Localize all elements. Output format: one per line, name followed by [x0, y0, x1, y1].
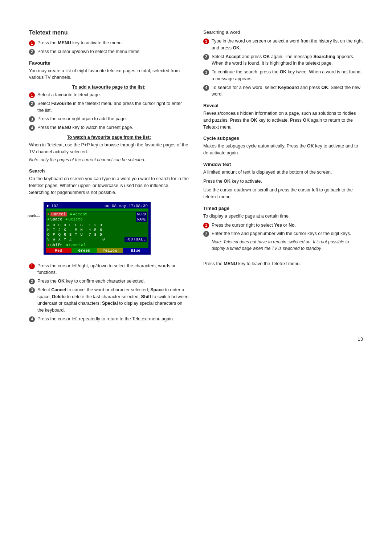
kb-step-3: 3 Select Cancel to cancel the word or ch… — [29, 287, 189, 314]
window-line1: A limited amount of text is displayed at… — [203, 169, 363, 176]
tt-accept-cell: ● Accept — [70, 212, 87, 216]
kb-step-1-text: Press the cursor left/right, up/down to … — [37, 263, 189, 276]
watch-fav-text: When in Teletext, use the P+P key to bro… — [29, 142, 189, 155]
tt-shift-label: Shift — [50, 243, 62, 247]
tt-row-cancel-accept: ● Cancel ● Accept WORD — [47, 212, 147, 217]
tt-highlight-bar — [46, 208, 148, 211]
add-fav-step-3-text: Press the cursor right again to add the … — [37, 116, 189, 122]
timed-note: Note: Teletext does not have to remain s… — [212, 239, 363, 252]
timed-step-1: 1 Press the cursor right to select Yes o… — [203, 222, 363, 229]
search-step-num-4: 4 — [203, 85, 209, 91]
tt-space-cell: ● Space — [47, 217, 62, 222]
search-step-num-3: 3 — [203, 69, 209, 75]
teletext-screen-wrapper: puck— ● 102 mo 08 may 17:08:39 ● Cancel — [44, 198, 151, 258]
tt-word-label: WORD — [136, 212, 147, 217]
fav-note: Note: only the pages of the current chan… — [29, 157, 189, 163]
search-step-4: 4 To search for a new word, select Keybo… — [203, 84, 363, 98]
teletext-screen: ● 102 mo 08 may 17:08:39 ● Cancel ● — [44, 202, 151, 255]
favourite-title: Favourite — [29, 60, 189, 66]
search-step-4-text: To search for a new word, select Keyboar… — [212, 84, 363, 98]
tt-footer-red: Red — [46, 248, 72, 253]
timed-intro: To display a specific page at a certain … — [203, 213, 363, 220]
tt-row-shift-special: ● Shift ● Special — [47, 243, 147, 247]
tt-letters-1: A B C D E F G 1 2 3 — [47, 223, 147, 227]
cycle-text: Makes the subpages cycle automatically. … — [203, 143, 363, 157]
search-step-3: 3 To continue the search, press the OK k… — [203, 69, 363, 82]
favourite-intro: You may create a list of eight favourite… — [29, 68, 189, 81]
add-step-num-2: 2 — [29, 101, 35, 107]
kb-step-3-text: Select Cancel to cancel the word or char… — [37, 287, 189, 314]
page-layout: Teletext menu 1 Press the MENU key to ac… — [29, 29, 363, 325]
reveal-title: Reveal — [203, 103, 363, 108]
window-line2: Press the OK key to activate. — [203, 178, 363, 185]
search-step-num-2: 2 — [203, 54, 209, 60]
searching-title: Searching a word — [203, 29, 363, 35]
timed-footer: Press the MENU key to leave the Teletext… — [203, 260, 363, 267]
tt-keyboard-area: ● Cancel ● Accept WORD ● Space — [46, 211, 148, 248]
timed-step-num-2: 2 — [203, 231, 209, 237]
right-column: Searching a word 1 Type in the word on s… — [203, 29, 363, 325]
tt-page: ● 102 — [46, 204, 58, 208]
tt-zero: 0 — [91, 237, 105, 242]
tt-shift-cell: ● Shift — [47, 243, 62, 247]
search-step-num-1: 1 — [203, 39, 209, 44]
searching-steps: 1 Type in the word on screen or select a… — [203, 38, 363, 98]
add-fav-step-1: 1 Select a favourite teletext page. — [29, 92, 189, 98]
watch-fav-title: To watch a favourite page from the list: — [29, 135, 189, 140]
timed-steps: 1 Press the cursor right to select Yes o… — [203, 222, 363, 255]
menu-step-1: 1 Press the MENU key to activate the men… — [29, 40, 189, 46]
tt-special-label: Special — [69, 243, 86, 247]
timed-step-num-1: 1 — [203, 223, 209, 228]
add-step-num-3: 3 — [29, 116, 35, 122]
kb-step-2-text: Press the OK key to confirm each charact… — [37, 278, 189, 285]
reveal-text: Reveals/conceals hidden information on a… — [203, 110, 363, 130]
tt-header: ● 102 mo 08 may 17:08:39 — [46, 203, 148, 208]
tt-cancel-cell: ● Cancel — [47, 212, 67, 216]
tt-red-dot-1: ● — [47, 212, 50, 216]
tt-footer-yellow: Yellow — [97, 248, 123, 253]
search-title: Search — [29, 168, 189, 174]
kb-step-num-3: 3 — [29, 287, 35, 293]
add-fav-title: To add a favourite page to the list: — [29, 85, 189, 90]
page-number: 13 — [29, 336, 363, 342]
tt-footer-green: Green — [72, 248, 97, 253]
search-step-1: 1 Type in the word on screen or select a… — [203, 38, 363, 52]
tt-footer-blue: Blue — [123, 248, 148, 253]
main-title: Teletext menu — [29, 29, 189, 36]
tt-delete-cell: ● Delete — [65, 217, 83, 222]
tt-accept-label: Accept — [73, 212, 87, 216]
timed-title: Timed page — [203, 206, 363, 211]
search-step-2-text: Select Accept and press OK again. The me… — [212, 53, 363, 67]
kb-step-num-2: 2 — [29, 279, 35, 284]
tt-letters-4: V W X Y Z 0 FOOTBALL — [47, 237, 147, 242]
search-step-2: 2 Select Accept and press OK again. The … — [203, 53, 363, 67]
tt-green-dot-2: ● — [47, 217, 50, 222]
tt-green-dot-3: ● — [65, 217, 68, 222]
tt-football-label: FOOTBALL — [124, 237, 147, 242]
tt-cancel-label: Cancel — [50, 212, 67, 216]
tt-letters-3: O P Q R S T U 7 8 9 — [47, 232, 147, 237]
tt-vwxyz: V W X Y Z — [47, 237, 72, 242]
timed-step-2: 2 Enter the time and pagenumber with the… — [203, 230, 363, 255]
search-step-1-text: Type in the word on screen or select a w… — [212, 38, 363, 52]
menu-step-2-text: Press the cursor up/down to select the m… — [37, 48, 189, 55]
tt-name-label: NAME — [136, 217, 147, 222]
tt-red-dot-2: ● — [47, 243, 50, 247]
timed-step-1-text: Press the cursor right to select Yes or … — [212, 222, 363, 229]
menu-step-2: 2 Press the cursor up/down to select the… — [29, 48, 189, 55]
menu-step-1-text: Press the MENU key to activate the menu. — [37, 40, 189, 46]
top-divider — [29, 22, 363, 22]
kb-step-num-1: 1 — [29, 263, 35, 269]
add-fav-step-2: 2 Select Favourite in the teletext menu … — [29, 100, 189, 114]
add-step-num-4: 4 — [29, 125, 35, 131]
timed-step-2-text: Enter the time and pagenumber with the c… — [212, 230, 363, 255]
add-fav-step-1-text: Select a favourite teletext page. — [37, 92, 189, 98]
keyboard-steps-list: 1 Press the cursor left/right, up/down t… — [29, 263, 189, 323]
add-fav-steps: 1 Select a favourite teletext page. 2 Se… — [29, 92, 189, 131]
tt-letters-2: H I J K L M N 4 5 6 — [47, 228, 147, 232]
kb-step-1: 1 Press the cursor left/right, up/down t… — [29, 263, 189, 276]
tt-green-dot-4: ● — [66, 243, 69, 247]
kb-step-4: 4 Press the cursor left repeatedly to re… — [29, 316, 189, 323]
window-line3: Use the cursor up/down to scroll and pre… — [203, 187, 363, 200]
left-column: Teletext menu 1 Press the MENU key to ac… — [29, 29, 189, 325]
